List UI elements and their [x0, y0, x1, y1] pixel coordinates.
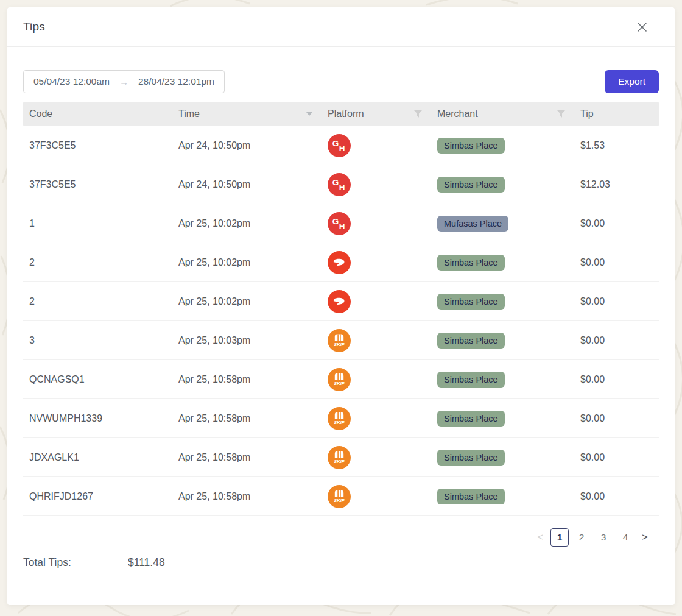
cell-platform: SKIP: [322, 329, 431, 352]
merchant-badge: Simbas Place: [437, 138, 505, 154]
cell-merchant: Simbas Place: [431, 450, 574, 466]
skipthedishes-icon: SKIP: [328, 407, 351, 430]
cell-tip: $0.00: [574, 296, 659, 307]
merchant-badge: Simbas Place: [437, 255, 505, 271]
column-label-platform: Platform: [328, 108, 364, 119]
merchant-badge: Simbas Place: [437, 450, 505, 466]
cell-platform: G H: [322, 173, 431, 196]
svg-text:SKIP: SKIP: [334, 381, 345, 386]
cell-merchant: Simbas Place: [431, 294, 574, 310]
sort-caret-down-icon[interactable]: [306, 112, 313, 116]
cell-code: NVWUMPH1339: [23, 413, 172, 424]
cell-time: Apr 25, 10:02pm: [172, 218, 322, 229]
merchant-badge: Simbas Place: [437, 489, 505, 504]
column-label-code: Code: [29, 108, 52, 119]
cell-tip: $1.53: [574, 140, 659, 151]
next-page-button[interactable]: >: [638, 531, 652, 543]
svg-text:SKIP: SKIP: [334, 459, 345, 464]
column-header-platform[interactable]: Platform: [322, 108, 431, 119]
table-row: 37F3C5E5 Apr 24, 10:50pm G H Simbas Plac…: [23, 126, 659, 165]
cell-tip: $0.00: [574, 374, 659, 385]
svg-text:SKIP: SKIP: [334, 420, 345, 425]
table-header-row: Code Time Platform Merchant Tip: [23, 102, 659, 126]
doordash-icon: [328, 251, 351, 274]
cell-code: JDXAGLK1: [23, 452, 172, 463]
pagination-pages: 1234: [550, 528, 635, 547]
svg-text:H: H: [339, 143, 345, 152]
cell-merchant: Simbas Place: [431, 333, 574, 349]
table-row: 2 Apr 25, 10:02pm Simbas Place $0.00: [23, 243, 659, 282]
toolbar: 05/04/23 12:00am → 28/04/23 12:01pm Expo…: [23, 70, 659, 93]
cell-platform: [322, 251, 431, 274]
cell-time: Apr 25, 10:58pm: [172, 452, 322, 463]
cell-time: Apr 25, 10:02pm: [172, 257, 322, 268]
table-row: 3 Apr 25, 10:03pm SKIP Simbas Place $0.0…: [23, 321, 659, 360]
svg-text:G: G: [332, 177, 339, 186]
modal-body: 05/04/23 12:00am → 28/04/23 12:01pm Expo…: [7, 47, 675, 569]
cell-tip: $0.00: [574, 413, 659, 424]
cell-time: Apr 25, 10:02pm: [172, 296, 322, 307]
cell-platform: SKIP: [322, 368, 431, 391]
close-icon: [637, 22, 647, 32]
column-label-time: Time: [178, 108, 200, 119]
page-button-1[interactable]: 1: [550, 528, 569, 547]
cell-merchant: Simbas Place: [431, 372, 574, 388]
cell-code: 37F3C5E5: [23, 179, 172, 190]
close-button[interactable]: [633, 18, 650, 35]
page-button-3[interactable]: 3: [594, 528, 613, 547]
cell-code: 2: [23, 296, 172, 307]
cell-tip: $0.00: [574, 257, 659, 268]
merchant-badge: Simbas Place: [437, 411, 505, 427]
cell-tip: $0.00: [574, 218, 659, 229]
cell-tip: $0.00: [574, 491, 659, 502]
arrow-right-icon: →: [119, 77, 128, 87]
column-header-code: Code: [23, 108, 172, 119]
filter-funnel-icon[interactable]: [557, 110, 566, 118]
table-row: 2 Apr 25, 10:02pm Simbas Place $0.00: [23, 282, 659, 321]
cell-merchant: Simbas Place: [431, 255, 574, 271]
merchant-badge: Simbas Place: [437, 294, 505, 310]
cell-time: Apr 25, 10:58pm: [172, 413, 322, 424]
svg-text:SKIP: SKIP: [334, 342, 345, 347]
cell-merchant: Mufasas Place: [431, 216, 574, 232]
export-button[interactable]: Export: [605, 70, 659, 93]
page-button-2[interactable]: 2: [572, 528, 591, 547]
svg-text:H: H: [339, 221, 345, 230]
svg-text:H: H: [339, 182, 345, 191]
table-row: QCNAGSQ1 Apr 25, 10:58pm SKIP Simbas Pla…: [23, 360, 659, 399]
date-range-start[interactable]: 05/04/23 12:00am: [33, 76, 110, 87]
column-label-merchant: Merchant: [437, 108, 478, 119]
date-range-picker[interactable]: 05/04/23 12:00am → 28/04/23 12:01pm: [23, 70, 225, 93]
date-range-end[interactable]: 28/04/23 12:01pm: [138, 76, 214, 87]
previous-page-button[interactable]: <: [533, 531, 547, 543]
cell-platform: SKIP: [322, 407, 431, 430]
column-header-tip: Tip: [574, 108, 659, 119]
table-row: 1 Apr 25, 10:02pm G H Mufasas Place $0.0…: [23, 204, 659, 243]
pagination: < 1234 >: [23, 527, 659, 548]
column-header-time[interactable]: Time: [172, 108, 322, 119]
cell-platform: [322, 290, 431, 313]
cell-time: Apr 25, 10:58pm: [172, 374, 322, 385]
modal-title: Tips: [23, 20, 45, 34]
total-tips-value: $111.48: [128, 556, 165, 569]
cell-merchant: Simbas Place: [431, 177, 574, 193]
merchant-badge: Simbas Place: [437, 333, 505, 349]
cell-merchant: Simbas Place: [431, 489, 574, 504]
column-header-merchant[interactable]: Merchant: [431, 108, 574, 119]
cell-time: Apr 24, 10:50pm: [172, 140, 322, 151]
filter-funnel-icon[interactable]: [413, 110, 423, 118]
table-row: NVWUMPH1339 Apr 25, 10:58pm SKIP Simbas …: [23, 399, 659, 438]
page-button-4[interactable]: 4: [616, 528, 635, 547]
cell-tip: $12.03: [574, 179, 659, 190]
cell-platform: SKIP: [322, 485, 431, 508]
skipthedishes-icon: SKIP: [328, 485, 351, 508]
merchant-badge: Simbas Place: [437, 372, 505, 388]
merchant-badge: Simbas Place: [437, 177, 505, 193]
table-row: 37F3C5E5 Apr 24, 10:50pm G H Simbas Plac…: [23, 165, 659, 204]
cell-tip: $0.00: [574, 335, 659, 346]
merchant-badge: Mufasas Place: [437, 216, 508, 232]
table-row: JDXAGLK1 Apr 25, 10:58pm SKIP Simbas Pla…: [23, 438, 659, 477]
cell-time: Apr 24, 10:50pm: [172, 179, 322, 190]
cell-time: Apr 25, 10:03pm: [172, 335, 322, 346]
skipthedishes-icon: SKIP: [328, 446, 351, 469]
